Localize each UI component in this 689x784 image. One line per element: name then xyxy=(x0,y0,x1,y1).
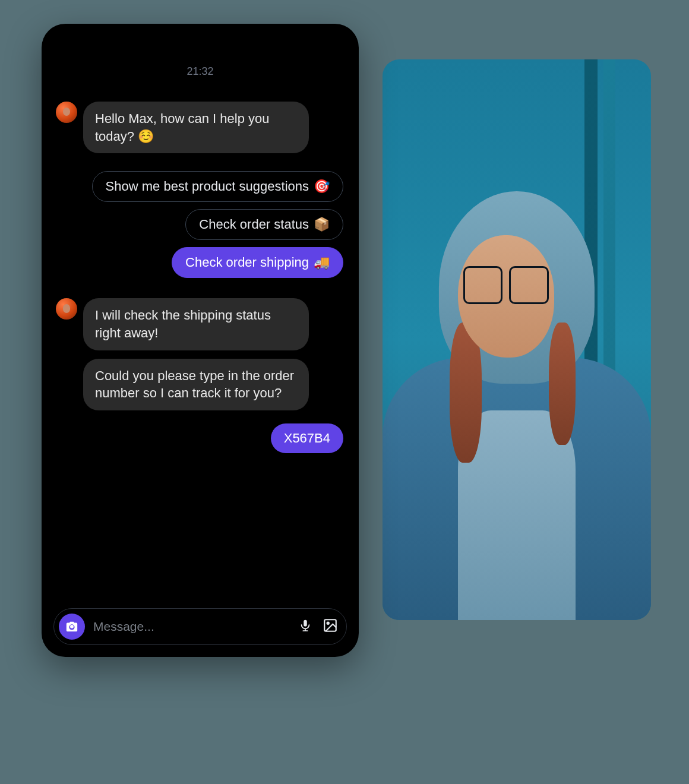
chip-label: Show me best product suggestions xyxy=(106,179,309,194)
suggestion-chips: Show me best product suggestions 🎯 Check… xyxy=(53,171,347,278)
chat-scroll-area[interactable]: Hello Max, how can I help you today? ☺️ … xyxy=(53,102,347,608)
mic-button[interactable] xyxy=(299,618,312,636)
suggestion-order-shipping[interactable]: Check order shipping 🚚 xyxy=(172,247,343,278)
mic-icon xyxy=(299,618,312,633)
message-input[interactable] xyxy=(93,619,290,634)
chat-window: 21:32 Hello Max, how can I help you toda… xyxy=(42,24,359,657)
bot-avatar xyxy=(56,102,77,123)
person-illustration xyxy=(383,183,651,620)
package-icon: 📦 xyxy=(314,217,330,232)
bot-message-bubble: I will check the shipping status right a… xyxy=(83,298,309,350)
image-icon xyxy=(323,618,338,633)
target-icon: 🎯 xyxy=(314,179,330,194)
user-message-row: X567B4 xyxy=(53,423,347,453)
bot-avatar xyxy=(56,298,77,320)
truck-icon: 🚚 xyxy=(314,255,330,270)
svg-point-1 xyxy=(327,622,329,624)
camera-button[interactable] xyxy=(59,614,85,640)
chat-timestamp: 21:32 xyxy=(53,65,347,78)
chip-label: Check order status xyxy=(199,217,309,232)
suggestion-order-status[interactable]: Check order status 📦 xyxy=(185,209,343,240)
suggestion-product[interactable]: Show me best product suggestions 🎯 xyxy=(92,171,343,202)
bot-message-row: Hello Max, how can I help you today? ☺️ xyxy=(53,102,347,153)
message-input-bar xyxy=(53,608,347,645)
bot-message-row: I will check the shipping status right a… xyxy=(53,298,347,350)
user-message-bubble: X567B4 xyxy=(271,423,343,453)
bot-message-bubble: Could you please type in the order numbe… xyxy=(83,359,309,410)
chip-label: Check order shipping xyxy=(185,255,309,270)
camera-icon xyxy=(65,620,78,633)
bot-message-row: Could you please type in the order numbe… xyxy=(81,359,347,410)
image-button[interactable] xyxy=(323,618,338,636)
bot-message-bubble: Hello Max, how can I help you today? ☺️ xyxy=(83,102,309,153)
background-photo xyxy=(383,59,651,620)
